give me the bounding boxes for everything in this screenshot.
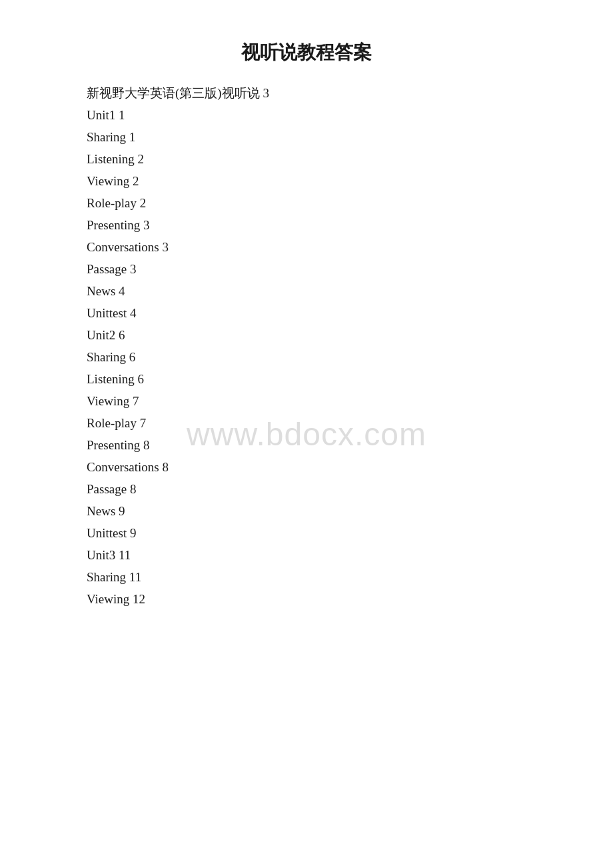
toc-item: Sharing 11	[87, 571, 526, 583]
toc-item: Listening 2	[87, 153, 526, 165]
toc-item: Passage 8	[87, 483, 526, 495]
toc-item: Sharing 1	[87, 131, 526, 143]
toc-item: Role-play 7	[87, 417, 526, 429]
toc-item: Role-play 2	[87, 197, 526, 209]
toc-item: Unittest 4	[87, 307, 526, 319]
toc-item: Viewing 2	[87, 175, 526, 187]
toc-item: Conversations 8	[87, 461, 526, 473]
toc-item: Presenting 3	[87, 219, 526, 231]
toc-item: Conversations 3	[87, 241, 526, 253]
toc-item: Passage 3	[87, 263, 526, 275]
toc-item: News 4	[87, 285, 526, 297]
toc-list: 新视野大学英语(第三版)视听说 3Unit1 1Sharing 1Listeni…	[87, 87, 526, 605]
toc-item: Unit1 1	[87, 109, 526, 121]
page-title: 视听说教程答案	[87, 40, 526, 65]
toc-item: Unittest 9	[87, 527, 526, 539]
toc-item: Presenting 8	[87, 439, 526, 451]
toc-item: Listening 6	[87, 373, 526, 385]
toc-item: Viewing 7	[87, 395, 526, 407]
toc-item: Viewing 12	[87, 593, 526, 605]
toc-item: Sharing 6	[87, 351, 526, 363]
toc-item: News 9	[87, 505, 526, 517]
toc-item: 新视野大学英语(第三版)视听说 3	[87, 87, 526, 99]
toc-item: Unit2 6	[87, 329, 526, 341]
toc-item: Unit3 11	[87, 549, 526, 561]
